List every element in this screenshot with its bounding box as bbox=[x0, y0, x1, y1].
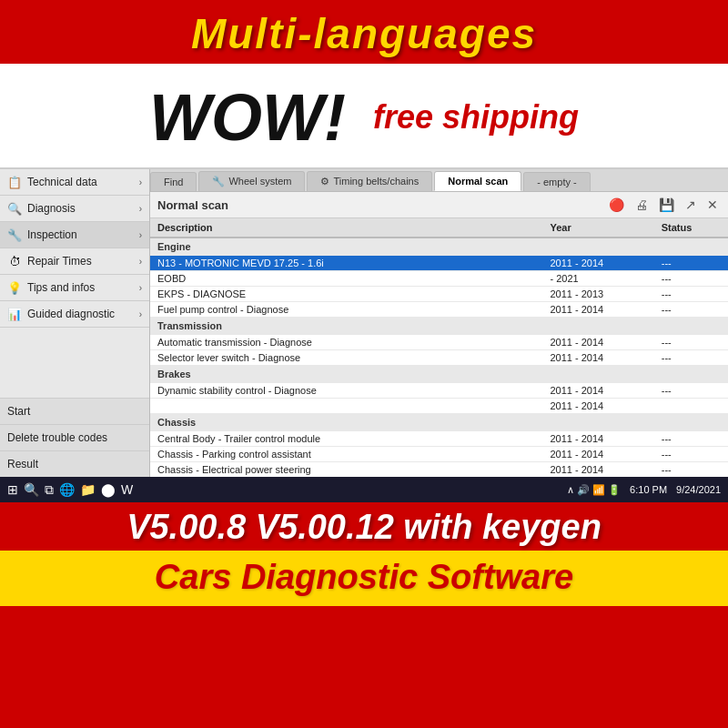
table-row[interactable]: N13 - MOTRONIC MEVD 17.25 - 1.6i2011 - 2… bbox=[150, 256, 728, 271]
system-tray: ∧ 🔊 📶 🔋 bbox=[567, 484, 621, 496]
sidebar-label-tips: Tips and infos bbox=[27, 281, 134, 294]
sidebar-label-diagnosis: Diagnosis bbox=[27, 202, 134, 215]
clock: 6:10 PM bbox=[630, 484, 667, 495]
table-row[interactable]: Fuel pump control - Diagnose2011 - 2014-… bbox=[150, 302, 728, 318]
table-row[interactable]: EKPS - DIAGNOSE2011 - 2013--- bbox=[150, 287, 728, 302]
guided-icon: 📊 bbox=[7, 307, 22, 321]
chevron-right-icon-4: › bbox=[139, 257, 142, 267]
diagnostic-table: Description Year Status EngineN13 - MOTR… bbox=[150, 218, 728, 477]
stop-button[interactable]: 🔴 bbox=[606, 196, 627, 214]
chevron-right-icon: › bbox=[139, 177, 142, 187]
cars-diagnostic-text: Cars Diagnostic Software bbox=[155, 558, 573, 596]
taskview-icon[interactable]: ⧉ bbox=[45, 482, 54, 498]
taskbar-left: ⊞ 🔍 ⧉ 🌐 📁 ⬤ W bbox=[7, 482, 133, 498]
close-button[interactable]: ✕ bbox=[704, 196, 721, 214]
table-row[interactable]: Dynamic stability control - Diagnose2011… bbox=[150, 383, 728, 399]
sidebar-item-repair-times[interactable]: ⏱ Repair Times › bbox=[0, 248, 149, 275]
col-description: Description bbox=[150, 218, 542, 238]
tab-normal-scan[interactable]: Normal scan bbox=[434, 171, 521, 191]
sidebar-label-repair-times: Repair Times bbox=[27, 255, 134, 268]
table-row[interactable]: Chassis - Electrical power steering2011 … bbox=[150, 462, 728, 478]
search-taskbar-icon[interactable]: 🔍 bbox=[24, 482, 39, 497]
taskbar: ⊞ 🔍 ⧉ 🌐 📁 ⬤ W ∧ 🔊 📶 🔋 6:10 PM 9/24/2021 bbox=[0, 477, 728, 502]
chevron-right-icon-6: › bbox=[139, 309, 142, 319]
repair-times-icon: ⏱ bbox=[7, 254, 22, 268]
table-row[interactable]: Automatic transmission - Diagnose2011 - … bbox=[150, 335, 728, 350]
multi-languages-text: Multi-languages bbox=[191, 10, 537, 57]
col-year: Year bbox=[542, 218, 653, 238]
export-button[interactable]: ↗ bbox=[682, 196, 699, 214]
start-button[interactable]: Start bbox=[0, 398, 149, 424]
free-shipping-text: free shipping bbox=[373, 98, 579, 136]
panel-header: Normal scan 🔴 🖨 💾 ↗ ✕ bbox=[150, 192, 728, 218]
wheel-icon: 🔧 bbox=[212, 176, 225, 187]
tab-find[interactable]: Find bbox=[150, 172, 197, 191]
wow-text: WOW! bbox=[149, 80, 346, 155]
delete-trouble-codes-label: Delete trouble codes bbox=[7, 431, 142, 444]
tabs-bar: Find 🔧Wheel system ⚙Timing belts/chains … bbox=[150, 169, 728, 192]
version-text: V5.00.8 V5.00.12 with keygen bbox=[126, 508, 602, 546]
tab-timing-belts[interactable]: ⚙Timing belts/chains bbox=[307, 171, 432, 191]
main-content: Find 🔧Wheel system ⚙Timing belts/chains … bbox=[150, 169, 728, 477]
folder-icon[interactable]: 📁 bbox=[80, 482, 96, 497]
date: 9/24/2021 bbox=[676, 484, 721, 495]
save-button[interactable]: 💾 bbox=[656, 196, 677, 214]
panel-title: Normal scan bbox=[157, 198, 228, 212]
table-section-row: Chassis bbox=[150, 414, 728, 431]
technical-data-icon: 📋 bbox=[7, 175, 22, 189]
timing-icon: ⚙ bbox=[320, 176, 329, 187]
content-panel: Normal scan 🔴 🖨 💾 ↗ ✕ Description Year S bbox=[150, 192, 728, 477]
software-area: 📋 Technical data › 🔍 Diagnosis › 🔧 Inspe… bbox=[0, 167, 728, 477]
start-label: Start bbox=[7, 405, 142, 418]
tab-empty[interactable]: - empty - bbox=[523, 172, 590, 191]
table-section-row: Engine bbox=[150, 238, 728, 256]
table-section-row: Transmission bbox=[150, 318, 728, 335]
sidebar: 📋 Technical data › 🔍 Diagnosis › 🔧 Inspe… bbox=[0, 169, 150, 477]
sidebar-item-guided[interactable]: 📊 Guided diagnostic › bbox=[0, 301, 149, 328]
bottom-red-banner: V5.00.8 V5.00.12 with keygen bbox=[0, 502, 728, 551]
result-label: Result bbox=[7, 458, 142, 470]
print-button[interactable]: 🖨 bbox=[632, 196, 651, 214]
result-button[interactable]: Result bbox=[0, 450, 149, 477]
sidebar-item-technical-data[interactable]: 📋 Technical data › bbox=[0, 169, 149, 196]
table-row[interactable]: Central Body - Trailer control module201… bbox=[150, 431, 728, 447]
chevron-right-icon-5: › bbox=[139, 283, 142, 293]
diagnosis-icon: 🔍 bbox=[7, 201, 22, 216]
table-row[interactable]: EOBD- 2021--- bbox=[150, 271, 728, 287]
edge-icon[interactable]: 🌐 bbox=[59, 482, 75, 497]
word-icon[interactable]: W bbox=[121, 482, 133, 497]
panel-actions: 🔴 🖨 💾 ↗ ✕ bbox=[606, 196, 721, 214]
sidebar-label-inspection: Inspection bbox=[27, 228, 134, 241]
col-status: Status bbox=[654, 218, 728, 238]
table-row[interactable]: Selector lever switch - Diagnose2011 - 2… bbox=[150, 350, 728, 366]
sidebar-item-tips[interactable]: 💡 Tips and infos › bbox=[0, 275, 149, 301]
chevron-right-icon-2: › bbox=[139, 204, 142, 214]
sidebar-label-technical-data: Technical data bbox=[27, 176, 134, 188]
inspection-icon: 🔧 bbox=[7, 228, 22, 242]
taskbar-right: ∧ 🔊 📶 🔋 6:10 PM 9/24/2021 bbox=[567, 484, 721, 496]
sidebar-item-diagnosis[interactable]: 🔍 Diagnosis › bbox=[0, 196, 149, 222]
sidebar-item-inspection[interactable]: 🔧 Inspection › bbox=[0, 222, 149, 248]
tab-wheel-system[interactable]: 🔧Wheel system bbox=[198, 171, 305, 191]
bottom-yellow-banner: Cars Diagnostic Software bbox=[0, 551, 728, 606]
wow-section: WOW! free shipping bbox=[0, 64, 728, 167]
table-section-row: Brakes bbox=[150, 366, 728, 383]
table-row[interactable]: 2011 - 2014 bbox=[150, 399, 728, 414]
start-icon[interactable]: ⊞ bbox=[7, 482, 18, 497]
tips-icon: 💡 bbox=[7, 280, 22, 295]
chrome-icon[interactable]: ⬤ bbox=[101, 482, 116, 497]
table-row[interactable]: Chassis - Parking control assistant2011 … bbox=[150, 447, 728, 462]
sidebar-label-guided: Guided diagnostic bbox=[27, 308, 134, 320]
chevron-right-icon-3: › bbox=[139, 230, 142, 240]
delete-trouble-codes-button[interactable]: Delete trouble codes bbox=[0, 424, 149, 450]
top-banner: Multi-languages bbox=[0, 0, 728, 64]
